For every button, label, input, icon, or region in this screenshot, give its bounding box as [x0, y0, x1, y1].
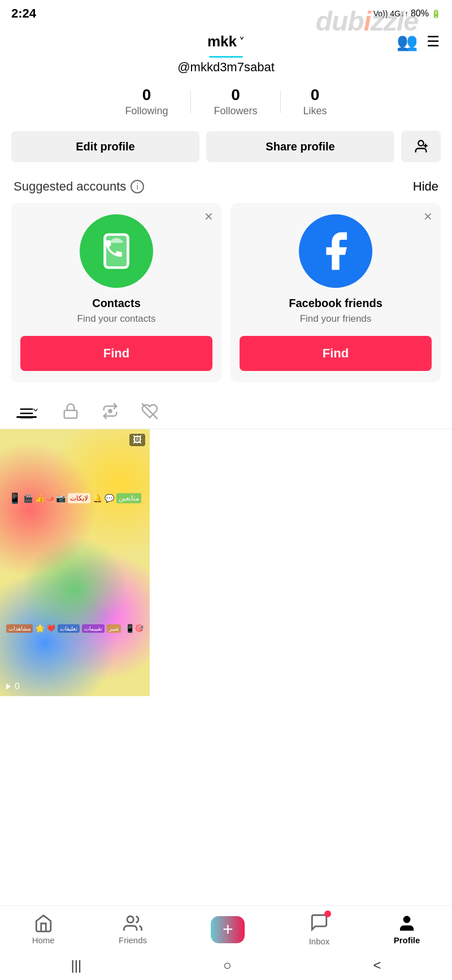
play-icon	[5, 683, 12, 690]
video-play-count: 0	[5, 681, 20, 692]
battery-icon: 🔋	[431, 9, 441, 18]
suggested-title-text: Suggested accounts	[14, 179, 126, 194]
status-bar: 2:24 Vo)) 4G↓↑ 80% 🔋	[0, 0, 452, 27]
svg-rect-8	[64, 411, 77, 418]
followers-stat[interactable]: 0 Followers	[191, 86, 280, 117]
username-underline	[0, 56, 452, 58]
following-stat[interactable]: 0 Following	[102, 86, 190, 117]
inbox-container	[310, 913, 329, 934]
facebook-icon	[313, 228, 358, 274]
svg-marker-11	[6, 683, 11, 689]
following-count: 0	[142, 86, 151, 104]
create-button[interactable]: +	[211, 916, 245, 943]
facebook-avatar	[299, 214, 372, 288]
home-icon	[34, 914, 53, 933]
add-friend-button[interactable]	[401, 131, 441, 162]
nav-friends[interactable]: Friends	[119, 914, 147, 945]
likes-label: Likes	[303, 105, 327, 117]
header-actions: 👥 ☰	[397, 32, 441, 51]
android-home-icon[interactable]: ○	[223, 957, 232, 973]
nav-profile[interactable]: Profile	[394, 914, 420, 945]
add-person-icon	[413, 139, 429, 154]
play-count-text: 0	[15, 681, 20, 692]
android-nav: ||| ○ <	[0, 951, 452, 980]
likes-stat[interactable]: 0 Likes	[281, 86, 350, 117]
posts-dropdown-icon	[32, 406, 40, 414]
facebook-card-close[interactable]: ✕	[423, 210, 433, 223]
username-chevron-icon: ˅	[239, 35, 245, 49]
facebook-card: ✕ Facebook friends Find your friends Fin…	[231, 203, 441, 382]
hide-button[interactable]: Hide	[413, 179, 438, 194]
profile-label: Profile	[394, 935, 420, 945]
friends-label: Friends	[119, 935, 147, 945]
menu-icon[interactable]: ☰	[427, 33, 441, 50]
battery-level: 80%	[411, 8, 429, 19]
svg-point-0	[418, 141, 423, 146]
contacts-icon[interactable]: 👥	[397, 32, 418, 51]
status-time: 2:24	[11, 6, 36, 21]
liked-icon	[141, 403, 158, 420]
inbox-badge	[324, 910, 331, 917]
video-thumbnail-image: 📱🎬👍 ف📷 لايكات 🔔💬 متابعين مشاهدات 🌟❤️ تعل…	[0, 429, 150, 696]
suggestion-cards: ✕ Contacts Find your contacts Find ✕ Fac…	[0, 203, 452, 394]
nav-inbox[interactable]: Inbox	[309, 913, 330, 946]
likes-count: 0	[311, 86, 320, 104]
svg-point-13	[403, 916, 410, 922]
home-label: Home	[32, 935, 55, 945]
nav-create[interactable]: +	[211, 916, 245, 943]
share-profile-button[interactable]: Share profile	[206, 131, 394, 162]
photo-badge: 🖼	[129, 434, 145, 446]
tab-posts[interactable]	[14, 405, 40, 418]
contacts-card-title: Contacts	[92, 297, 141, 310]
following-label: Following	[125, 105, 168, 117]
profile-icon	[397, 914, 416, 933]
nav-items: Home Friends + Inbo	[0, 906, 452, 951]
followers-count: 0	[231, 86, 240, 104]
profile-header: mkk ˅ 👥 ☰	[0, 27, 452, 56]
contacts-find-button[interactable]: Find	[20, 336, 212, 371]
facebook-card-subtitle: Find your friends	[300, 313, 372, 325]
svg-point-9	[109, 410, 112, 413]
tab-reposts[interactable]	[102, 403, 119, 420]
android-back-icon[interactable]: <	[373, 957, 381, 973]
action-buttons: Edit profile Share profile	[0, 131, 452, 162]
username-dropdown[interactable]: mkk ˅	[207, 33, 245, 50]
content-tab-bar	[0, 394, 452, 429]
header-username: mkk	[207, 33, 237, 50]
lock-icon	[62, 403, 79, 420]
video-grid: 📱🎬👍 ف📷 لايكات 🔔💬 متابعين مشاهدات 🌟❤️ تعل…	[0, 429, 452, 696]
stats-row: 0 Following 0 Followers 0 Likes	[0, 86, 452, 117]
bottom-spacer	[0, 696, 452, 787]
followers-label: Followers	[214, 105, 257, 117]
contacts-avatar	[80, 214, 153, 288]
tab-private[interactable]	[62, 403, 79, 420]
underline-bar	[209, 56, 243, 58]
contacts-card-subtitle: Find your contacts	[77, 313, 156, 325]
contacts-card-close[interactable]: ✕	[204, 210, 214, 223]
user-handle: @mkkd3m7sabat	[0, 60, 452, 75]
svg-point-12	[127, 916, 133, 922]
suggested-accounts-header: Suggested accounts i Hide	[0, 179, 452, 203]
friends-icon	[123, 914, 142, 933]
phone-icon	[97, 231, 136, 271]
inbox-label: Inbox	[309, 936, 330, 946]
nav-home[interactable]: Home	[32, 914, 55, 945]
info-icon[interactable]: i	[131, 180, 144, 193]
facebook-card-title: Facebook friends	[289, 297, 383, 310]
android-menu-icon[interactable]: |||	[71, 957, 81, 973]
suggested-title: Suggested accounts i	[14, 179, 144, 194]
edit-profile-button[interactable]: Edit profile	[11, 131, 199, 162]
tab-liked[interactable]	[141, 403, 158, 420]
contacts-card: ✕ Contacts Find your contacts Find	[11, 203, 221, 382]
reposts-icon	[102, 403, 119, 420]
video-thumbnail[interactable]: 📱🎬👍 ف📷 لايكات 🔔💬 متابعين مشاهدات 🌟❤️ تعل…	[0, 429, 150, 696]
signal-icon: Vo)) 4G↓↑	[373, 9, 408, 18]
status-icons: Vo)) 4G↓↑ 80% 🔋	[373, 8, 441, 19]
facebook-find-button[interactable]: Find	[240, 336, 432, 371]
bottom-nav: Home Friends + Inbo	[0, 905, 452, 980]
plus-icon: +	[223, 919, 233, 940]
posts-active-bar	[16, 416, 37, 418]
